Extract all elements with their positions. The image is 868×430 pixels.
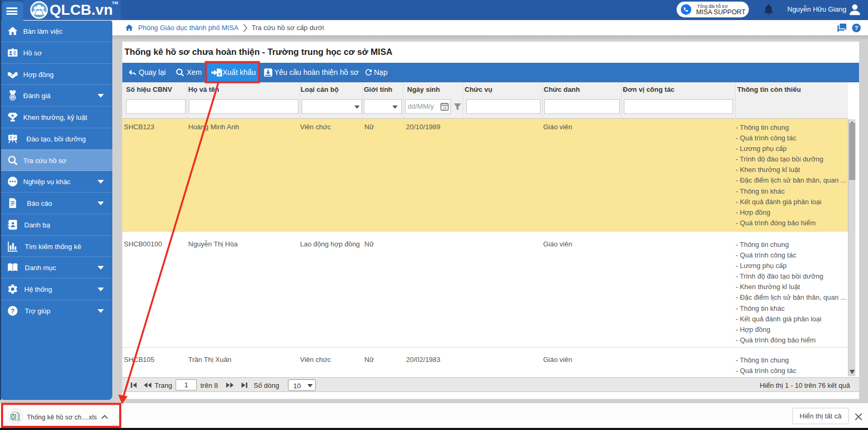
svg-text:23: 23: [442, 106, 447, 110]
svg-text:?: ?: [855, 25, 859, 31]
svg-text:?: ?: [11, 307, 14, 314]
svg-text:1: 1: [12, 96, 14, 100]
